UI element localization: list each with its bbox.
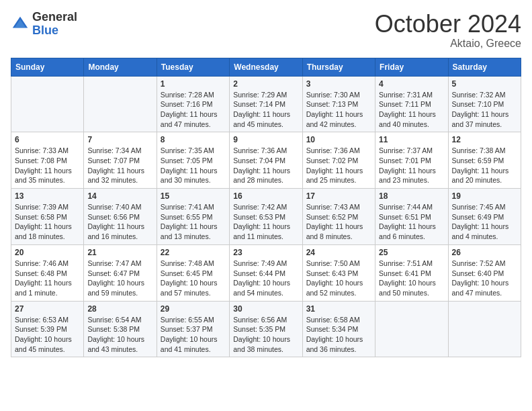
calendar-cell: 22Sunrise: 7:48 AMSunset: 6:45 PMDayligh…: [157, 244, 229, 301]
day-info: Sunrise: 7:36 AMSunset: 7:02 PMDaylight:…: [306, 146, 371, 185]
calendar-cell: 20Sunrise: 7:46 AMSunset: 6:48 PMDayligh…: [11, 244, 84, 301]
day-info: Sunrise: 7:51 AMSunset: 6:41 PMDaylight:…: [379, 259, 444, 298]
day-number: 1: [161, 79, 226, 89]
day-number: 9: [233, 135, 298, 144]
day-number: 27: [15, 304, 80, 314]
calendar-cell: 28Sunrise: 6:54 AMSunset: 5:38 PMDayligh…: [84, 301, 157, 357]
calendar-cell: 14Sunrise: 7:40 AMSunset: 6:56 PMDayligh…: [84, 189, 157, 245]
day-info: Sunrise: 7:40 AMSunset: 6:56 PMDaylight:…: [87, 202, 152, 242]
day-number: 4: [379, 79, 444, 89]
calendar-cell: 25Sunrise: 7:51 AMSunset: 6:41 PMDayligh…: [375, 244, 448, 301]
day-number: 6: [15, 135, 80, 144]
day-info: Sunrise: 7:49 AMSunset: 6:44 PMDaylight:…: [233, 259, 298, 298]
day-number: 8: [161, 135, 226, 144]
day-info: Sunrise: 7:43 AMSunset: 6:52 PMDaylight:…: [306, 202, 371, 242]
day-info: Sunrise: 7:37 AMSunset: 7:01 PMDaylight:…: [379, 146, 444, 185]
day-header-friday: Friday: [375, 58, 448, 76]
day-number: 23: [233, 248, 298, 257]
calendar-cell: 27Sunrise: 6:53 AMSunset: 5:39 PMDayligh…: [11, 301, 84, 357]
calendar-cell: [11, 76, 84, 132]
calendar-cell: 21Sunrise: 7:47 AMSunset: 6:47 PMDayligh…: [84, 244, 157, 301]
calendar-cell: 16Sunrise: 7:42 AMSunset: 6:53 PMDayligh…: [230, 189, 302, 245]
day-number: 13: [15, 191, 80, 201]
day-info: Sunrise: 7:44 AMSunset: 6:51 PMDaylight:…: [379, 202, 444, 242]
day-number: 24: [306, 248, 371, 257]
day-info: Sunrise: 7:39 AMSunset: 6:58 PMDaylight:…: [15, 202, 80, 242]
day-header-thursday: Thursday: [302, 58, 375, 76]
calendar-cell: 8Sunrise: 7:35 AMSunset: 7:05 PMDaylight…: [157, 132, 229, 189]
day-info: Sunrise: 6:55 AMSunset: 5:37 PMDaylight:…: [161, 315, 226, 355]
day-number: 3: [306, 79, 371, 89]
day-info: Sunrise: 7:29 AMSunset: 7:14 PMDaylight:…: [233, 90, 298, 130]
calendar-cell: 26Sunrise: 7:52 AMSunset: 6:40 PMDayligh…: [448, 244, 521, 301]
calendar-table: SundayMondayTuesdayWednesdayThursdayFrid…: [11, 58, 521, 358]
day-number: 25: [379, 248, 444, 257]
calendar-cell: 4Sunrise: 7:31 AMSunset: 7:11 PMDaylight…: [375, 76, 448, 132]
week-row-2: 6Sunrise: 7:33 AMSunset: 7:08 PMDaylight…: [11, 132, 521, 189]
day-number: 29: [161, 304, 226, 314]
day-info: Sunrise: 6:56 AMSunset: 5:35 PMDaylight:…: [233, 315, 298, 355]
header-row: SundayMondayTuesdayWednesdayThursdayFrid…: [11, 58, 521, 76]
week-row-1: 1Sunrise: 7:28 AMSunset: 7:16 PMDaylight…: [11, 76, 521, 132]
day-info: Sunrise: 7:32 AMSunset: 7:10 PMDaylight:…: [452, 90, 517, 130]
day-info: Sunrise: 7:38 AMSunset: 6:59 PMDaylight:…: [452, 146, 517, 185]
month-title: October 2024: [375, 11, 521, 38]
day-number: 18: [379, 191, 444, 201]
day-info: Sunrise: 7:41 AMSunset: 6:55 PMDaylight:…: [161, 202, 226, 242]
day-header-saturday: Saturday: [448, 58, 521, 76]
week-row-4: 20Sunrise: 7:46 AMSunset: 6:48 PMDayligh…: [11, 244, 521, 301]
logo-icon: [11, 15, 30, 34]
day-number: 31: [306, 304, 371, 314]
week-row-5: 27Sunrise: 6:53 AMSunset: 5:39 PMDayligh…: [11, 301, 521, 357]
day-number: 12: [452, 135, 517, 144]
day-number: 14: [87, 191, 152, 201]
day-number: 5: [452, 79, 517, 89]
day-info: Sunrise: 7:31 AMSunset: 7:11 PMDaylight:…: [379, 90, 444, 130]
day-number: 16: [233, 191, 298, 201]
calendar-cell: 1Sunrise: 7:28 AMSunset: 7:16 PMDaylight…: [157, 76, 229, 132]
day-header-monday: Monday: [84, 58, 157, 76]
day-number: 15: [161, 191, 226, 201]
day-info: Sunrise: 7:28 AMSunset: 7:16 PMDaylight:…: [161, 90, 226, 130]
calendar-cell: 5Sunrise: 7:32 AMSunset: 7:10 PMDaylight…: [448, 76, 521, 132]
logo: General Blue: [11, 11, 77, 38]
calendar-cell: 11Sunrise: 7:37 AMSunset: 7:01 PMDayligh…: [375, 132, 448, 189]
day-number: 17: [306, 191, 371, 201]
calendar-cell: 2Sunrise: 7:29 AMSunset: 7:14 PMDaylight…: [230, 76, 302, 132]
day-info: Sunrise: 7:48 AMSunset: 6:45 PMDaylight:…: [161, 259, 226, 298]
day-number: 28: [87, 304, 152, 314]
day-info: Sunrise: 7:33 AMSunset: 7:08 PMDaylight:…: [15, 146, 80, 185]
week-row-3: 13Sunrise: 7:39 AMSunset: 6:58 PMDayligh…: [11, 189, 521, 245]
calendar-cell: 18Sunrise: 7:44 AMSunset: 6:51 PMDayligh…: [375, 189, 448, 245]
day-header-tuesday: Tuesday: [157, 58, 229, 76]
day-number: 7: [87, 135, 152, 144]
day-info: Sunrise: 7:47 AMSunset: 6:47 PMDaylight:…: [87, 259, 152, 298]
calendar-cell: [84, 76, 157, 132]
day-info: Sunrise: 7:50 AMSunset: 6:43 PMDaylight:…: [306, 259, 371, 298]
day-info: Sunrise: 7:35 AMSunset: 7:05 PMDaylight:…: [161, 146, 226, 185]
logo-general-text: General: [32, 11, 77, 24]
day-number: 26: [452, 248, 517, 257]
calendar-cell: 13Sunrise: 7:39 AMSunset: 6:58 PMDayligh…: [11, 189, 84, 245]
day-info: Sunrise: 6:54 AMSunset: 5:38 PMDaylight:…: [87, 315, 152, 355]
calendar-cell: 19Sunrise: 7:45 AMSunset: 6:49 PMDayligh…: [448, 189, 521, 245]
location-subtitle: Aktaio, Greece: [375, 38, 521, 50]
calendar-cell: 6Sunrise: 7:33 AMSunset: 7:08 PMDaylight…: [11, 132, 84, 189]
day-info: Sunrise: 6:53 AMSunset: 5:39 PMDaylight:…: [15, 315, 80, 355]
day-number: 21: [87, 248, 152, 257]
logo-blue-text: Blue: [32, 24, 77, 38]
day-number: 10: [306, 135, 371, 144]
calendar-cell: 12Sunrise: 7:38 AMSunset: 6:59 PMDayligh…: [448, 132, 521, 189]
day-info: Sunrise: 7:30 AMSunset: 7:13 PMDaylight:…: [306, 90, 371, 130]
day-header-wednesday: Wednesday: [230, 58, 302, 76]
title-block: October 2024 Aktaio, Greece: [375, 11, 521, 50]
calendar-cell: 23Sunrise: 7:49 AMSunset: 6:44 PMDayligh…: [230, 244, 302, 301]
day-info: Sunrise: 7:45 AMSunset: 6:49 PMDaylight:…: [452, 202, 517, 242]
calendar-cell: 30Sunrise: 6:56 AMSunset: 5:35 PMDayligh…: [230, 301, 302, 357]
calendar-cell: 9Sunrise: 7:36 AMSunset: 7:04 PMDaylight…: [230, 132, 302, 189]
day-number: 20: [15, 248, 80, 257]
calendar-cell: 17Sunrise: 7:43 AMSunset: 6:52 PMDayligh…: [302, 189, 375, 245]
day-number: 11: [379, 135, 444, 144]
calendar-cell: 7Sunrise: 7:34 AMSunset: 7:07 PMDaylight…: [84, 132, 157, 189]
day-number: 30: [233, 304, 298, 314]
